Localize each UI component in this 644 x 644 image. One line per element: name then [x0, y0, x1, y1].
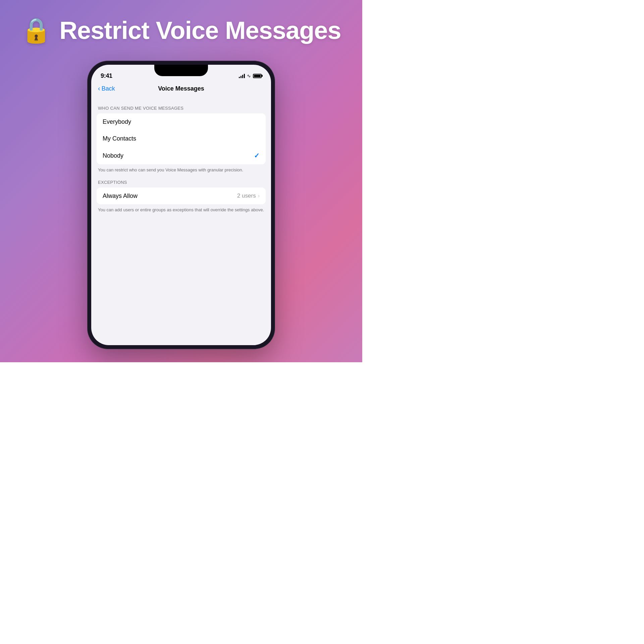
exceptions-group: Always Allow 2 users › — [97, 187, 266, 204]
section-who-label: WHO CAN SEND ME VOICE MESSAGES — [91, 106, 271, 113]
back-button[interactable]: ‹ Back — [98, 85, 115, 92]
always-allow-value-row: 2 users › — [237, 193, 260, 199]
content-area: WHO CAN SEND ME VOICE MESSAGES Everybody… — [91, 96, 271, 222]
always-allow-row[interactable]: Always Allow 2 users › — [97, 187, 266, 204]
who-section-footer: You can restrict who can send you Voice … — [91, 164, 271, 180]
option-my-contacts[interactable]: My Contacts — [97, 130, 266, 147]
header-row: 🔒 Restrict Voice Messages — [21, 16, 341, 45]
always-allow-value: 2 users — [237, 193, 256, 199]
signal-bar-1 — [239, 77, 240, 78]
background: 🔒 Restrict Voice Messages 9:41 ∿ — [0, 0, 362, 362]
status-time: 9:41 — [101, 72, 112, 79]
always-allow-label: Always Allow — [103, 193, 138, 200]
status-icons: ∿ — [239, 73, 262, 78]
battery-icon — [253, 74, 262, 78]
exceptions-footer: You can add users or entire groups as ex… — [91, 204, 271, 220]
spacer-top — [91, 99, 271, 106]
everybody-label: Everybody — [103, 118, 131, 125]
wifi-icon: ∿ — [247, 73, 251, 78]
who-can-send-group: Everybody My Contacts Nobody ✓ — [97, 113, 266, 164]
phone-screen: 9:41 ∿ ‹ Bac — [91, 65, 271, 345]
page-title: Restrict Voice Messages — [59, 16, 341, 45]
signal-bars-icon — [239, 73, 245, 78]
nav-title: Voice Messages — [158, 85, 204, 92]
my-contacts-label: My Contacts — [103, 135, 136, 142]
option-nobody[interactable]: Nobody ✓ — [97, 147, 266, 164]
nav-bar: ‹ Back Voice Messages — [91, 82, 271, 96]
checkmark-icon: ✓ — [254, 152, 260, 160]
phone-frame: 9:41 ∿ ‹ Bac — [87, 61, 275, 349]
nobody-label: Nobody — [103, 152, 123, 159]
section-exceptions-label: EXCEPTIONS — [91, 180, 271, 187]
back-chevron-icon: ‹ — [98, 85, 100, 92]
back-label: Back — [102, 85, 115, 92]
signal-bar-3 — [242, 75, 243, 78]
chevron-right-icon: › — [258, 193, 260, 199]
option-everybody[interactable]: Everybody — [97, 113, 266, 130]
battery-fill — [254, 75, 261, 77]
notch — [154, 65, 208, 76]
lock-icon: 🔒 — [21, 16, 51, 45]
signal-bar-2 — [240, 76, 241, 78]
signal-bar-4 — [244, 74, 245, 78]
